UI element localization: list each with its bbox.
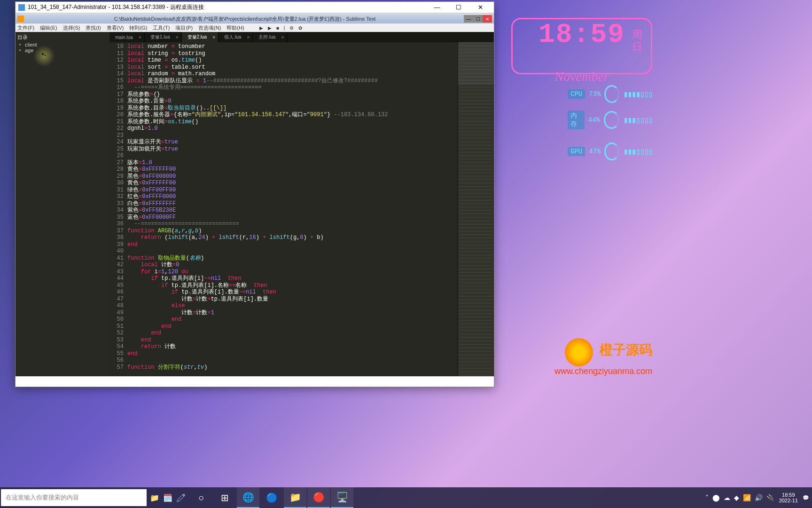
gpu-gauge: GPU 47% ▮▮▮▯▯▯▯: [568, 142, 652, 161]
rdp-title: 101_34_158_147-Administrator - 101.34.15…: [28, 3, 204, 11]
minimap[interactable]: [457, 42, 494, 376]
windows-taskbar[interactable]: 在这里输入你要搜索的内容 📁 🗓️ 🧷 ○ ⊞ 🌐 🔵 📁 🔴 🖥️ ˄ ⬤ ☁…: [0, 487, 812, 508]
sublime-titlebar[interactable]: C:\BaiduNetdiskDownload\皮皮西游\客户端开发\Proje…: [16, 14, 494, 24]
gear-icon[interactable]: ⚙: [289, 25, 294, 31]
tab-var2[interactable]: 变量2.lua×: [182, 32, 219, 42]
tray-app-icon[interactable]: ⬤: [712, 494, 720, 501]
menu-select[interactable]: 选择(S): [63, 24, 80, 32]
tab-zhukong[interactable]: 主控.lua×: [253, 32, 287, 42]
desktop-clock-widget: 18:59 周 日 November: [511, 18, 652, 74]
tray-volume-icon[interactable]: 🔊: [755, 494, 763, 501]
code-editor[interactable]: local number = tonumberlocal string = to…: [127, 42, 457, 376]
tab-close-icon[interactable]: ×: [139, 35, 141, 40]
rdp-window: 101_34_158_147-Administrator - 101.34.15…: [15, 1, 494, 387]
sublime-icon: [17, 16, 24, 22]
edge-app[interactable]: 🌐: [237, 487, 259, 508]
sidebar-folder-age[interactable]: age: [17, 48, 108, 53]
menu-edit[interactable]: 编辑(E): [40, 24, 57, 32]
clock-weekday: 周 日: [632, 29, 642, 53]
tab-jiaren[interactable]: 假人.lua×: [219, 32, 253, 42]
cortana-button[interactable]: ○: [190, 487, 212, 508]
sublime-sidebar[interactable]: 目录 client age: [16, 32, 109, 376]
tab-close-icon[interactable]: ×: [281, 35, 284, 40]
tray-app-icon[interactable]: ◆: [734, 494, 739, 501]
taskbar-search[interactable]: 在这里输入你要搜索的内容: [1, 489, 147, 506]
sidebar-root[interactable]: 目录: [17, 34, 108, 41]
tray-chevron-icon[interactable]: ˄: [705, 494, 709, 501]
tray-clock[interactable]: 18:59 2022-11: [779, 492, 798, 503]
explorer-app[interactable]: 📁: [284, 487, 306, 508]
tab-close-icon[interactable]: ×: [176, 35, 179, 40]
menu-prefs[interactable]: 首选项(N): [198, 24, 221, 32]
settings-icon[interactable]: ✿: [298, 25, 302, 31]
sublime-close[interactable]: ✕: [483, 15, 492, 23]
tab-main[interactable]: main.lua×: [109, 32, 145, 42]
watermark-logo: 橙子源码 www.chengziyuanma.com: [530, 338, 652, 376]
system-tray[interactable]: ˄ ⬤ ☁ ◆ 📶 🔊 🔌 18:59 2022-11 💬: [705, 492, 812, 503]
minimap-viewport[interactable]: [458, 42, 494, 85]
sublime-maximize[interactable]: ☐: [473, 15, 483, 23]
tray-wifi-icon[interactable]: 📶: [743, 494, 751, 501]
forward-icon[interactable]: ▶: [268, 25, 272, 31]
taskbar-pinned-shortcuts: 📁 🗓️ 🧷: [149, 492, 186, 503]
cpu-gauge: CPU 73% ▮▮▮▮▯▯▯: [568, 85, 652, 103]
rdp-icon: [18, 4, 25, 11]
rdp-app[interactable]: 🖥️: [331, 487, 353, 508]
sublime-menubar: 文件(F) 编辑(E) 选择(S) 查找(I) 查看(V) 转到(G) 工具(T…: [16, 24, 494, 32]
sidebar-folder-client[interactable]: client: [17, 42, 108, 48]
orange-icon: [565, 338, 593, 366]
shortcut-icon[interactable]: 🗓️: [163, 492, 173, 503]
play-icon[interactable]: ▶: [259, 25, 263, 31]
menu-project[interactable]: 项目(P): [175, 24, 193, 32]
tray-app-icon[interactable]: ☁: [724, 494, 730, 501]
minimize-button[interactable]: —: [426, 2, 448, 13]
editor-tabs: main.lua× 变量1.lua× 变量2.lua× 假人.lua× 主控.l…: [109, 32, 494, 42]
notification-icon[interactable]: 💬: [803, 495, 809, 501]
tab-close-icon[interactable]: ×: [247, 35, 250, 40]
gauge-ring-icon: [604, 143, 619, 160]
task-view-button[interactable]: ⊞: [213, 487, 236, 508]
menu-help[interactable]: 帮助(H): [226, 24, 244, 32]
rdp-titlebar[interactable]: 101_34_158_147-Administrator - 101.34.15…: [16, 2, 494, 13]
menu-file[interactable]: 文件(F): [17, 24, 34, 32]
clock-time: 18:59: [539, 19, 625, 50]
memory-gauge: 内存 44% ▮▮▮▯▯▯▯: [568, 111, 652, 129]
menu-find[interactable]: 查找(I): [86, 24, 101, 32]
menu-tools[interactable]: 工具(T): [153, 24, 170, 32]
maximize-button[interactable]: ☐: [448, 2, 469, 13]
line-gutter[interactable]: 1011121314151617181920212223242526272829…: [109, 42, 127, 376]
menu-view[interactable]: 查看(V): [107, 24, 124, 32]
shortcut-icon[interactable]: 🧷: [176, 492, 186, 503]
tray-battery-icon[interactable]: 🔌: [766, 494, 774, 501]
stop-icon[interactable]: ■: [276, 25, 279, 31]
browser-app[interactable]: 🔵: [260, 487, 283, 508]
clock-month: November: [554, 69, 609, 84]
gauge-ring-icon: [604, 85, 619, 103]
close-button[interactable]: ✕: [469, 2, 491, 13]
tab-close-icon[interactable]: ×: [212, 35, 215, 40]
sublime-window: C:\BaiduNetdiskDownload\皮皮西游\客户端开发\Proje…: [16, 14, 494, 376]
sublime-title-path: C:\BaiduNetdiskDownload\皮皮西游\客户端开发\Proje…: [26, 16, 464, 23]
menu-goto[interactable]: 转到(G): [129, 24, 147, 32]
recorder-app[interactable]: 🔴: [307, 487, 330, 508]
tab-var1[interactable]: 变量1.lua×: [145, 32, 182, 42]
sublime-minimize[interactable]: —: [464, 15, 473, 23]
gauge-ring-icon: [604, 111, 619, 129]
shortcut-icon[interactable]: 📁: [149, 492, 160, 503]
